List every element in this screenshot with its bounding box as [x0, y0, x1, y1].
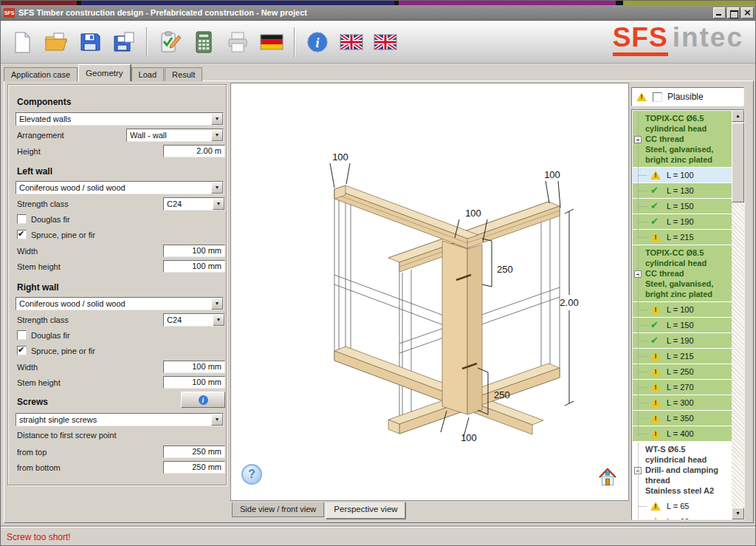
chevron-down-icon[interactable]: ▼: [213, 314, 224, 326]
chevron-down-icon[interactable]: ▼: [211, 129, 223, 141]
maximize-button[interactable]: [727, 7, 740, 18]
screw-length-item[interactable]: L = 300: [633, 395, 732, 410]
info-button[interactable]: i: [303, 27, 331, 58]
screw-length-item[interactable]: L = 90: [633, 514, 732, 520]
chevron-down-icon[interactable]: ▼: [213, 198, 224, 210]
from-bottom-input[interactable]: 250 mm: [163, 461, 225, 474]
check-icon: [650, 336, 662, 346]
scroll-up-icon[interactable]: ▲: [732, 110, 744, 122]
collapse-icon[interactable]: [634, 270, 642, 278]
screw-length-item[interactable]: L = 150: [633, 318, 732, 332]
chevron-down-icon[interactable]: ▼: [211, 414, 223, 426]
right-wall-material-select[interactable]: Coniferous wood / solid wood ▼: [16, 297, 224, 310]
save-as-icon: [112, 30, 136, 54]
toolbar-separator: [146, 27, 148, 57]
screw-length-item[interactable]: L = 100: [633, 302, 732, 317]
tab-application-case[interactable]: Application case: [4, 67, 78, 81]
right-spruce-checkbox[interactable]: Spruce, pine or fir: [17, 346, 95, 355]
plausible-box: Plausible: [631, 87, 744, 106]
sfs-intec-logo: SFS intec: [613, 22, 743, 56]
tree-scrollbar[interactable]: ▲ ▼: [732, 110, 744, 519]
screw-length-item[interactable]: L = 65: [633, 499, 732, 513]
screw-length-item[interactable]: L = 400: [633, 426, 732, 441]
minimize-button[interactable]: [713, 7, 726, 18]
checkbox-unchecked-icon[interactable]: [17, 214, 27, 224]
arrangement-select[interactable]: Wall - wall ▼: [126, 129, 224, 142]
check-icon: [650, 321, 662, 330]
save-project-button[interactable]: [76, 27, 104, 58]
language-english-button[interactable]: [337, 27, 365, 58]
from-bottom-label: from bottom: [17, 463, 61, 472]
left-wall-material-select[interactable]: Coniferous wood / solid wood ▼: [16, 181, 224, 194]
screw-length-item[interactable]: L = 130: [633, 183, 732, 198]
right-strength-select[interactable]: C24 ▼: [163, 313, 225, 327]
right-stem-input[interactable]: 100 mm: [163, 376, 225, 389]
tab-perspective-view[interactable]: Perspective view: [326, 502, 405, 519]
left-width-input[interactable]: 100 mm: [163, 245, 225, 257]
left-strength-select[interactable]: C24 ▼: [163, 197, 225, 211]
left-stem-label: Stem height: [17, 262, 61, 271]
left-strength-label: Strength class: [17, 199, 69, 208]
left-douglas-checkbox[interactable]: Douglas fir: [17, 214, 70, 224]
collapse-icon[interactable]: [634, 467, 642, 474]
tab-load[interactable]: Load: [131, 67, 164, 81]
calculate-button[interactable]: [190, 27, 218, 58]
chevron-down-icon[interactable]: ▼: [211, 298, 223, 310]
scroll-down-icon[interactable]: ▼: [732, 508, 744, 519]
check-icon: [650, 217, 662, 227]
new-document-button[interactable]: [8, 27, 36, 58]
components-type-select[interactable]: Elevated walls ▼: [16, 112, 224, 126]
verify-button[interactable]: [156, 27, 184, 58]
screw-group-header[interactable]: WT-S Ø6.5 cylindrical head Drill- and cl…: [633, 442, 732, 498]
screw-info-button[interactable]: i: [181, 392, 225, 408]
checkbox-checked-icon[interactable]: [17, 230, 27, 239]
tab-side-front-view[interactable]: Side view / front view: [232, 502, 324, 517]
screw-group-header[interactable]: TOPIX-CC Ø8.5 cylindrical head CC thread…: [633, 245, 732, 301]
main-panel: Components Elevated walls ▼ Arrangement …: [4, 81, 754, 523]
print-button[interactable]: [224, 27, 252, 58]
open-folder-icon: [44, 30, 68, 54]
checkbox-unchecked-icon[interactable]: [17, 330, 27, 340]
screw-length-item[interactable]: L = 215: [633, 230, 732, 245]
save-icon: [78, 30, 102, 54]
warning-icon: [650, 233, 662, 242]
left-stem-input[interactable]: 100 mm: [163, 260, 225, 273]
warning-icon: [650, 517, 662, 521]
height-label: Height: [17, 147, 41, 156]
warning-icon: [650, 352, 662, 361]
tab-result[interactable]: Result: [165, 67, 202, 81]
warning-icon: [650, 305, 662, 315]
screw-length-item[interactable]: L = 190: [633, 214, 732, 229]
plausible-checkbox[interactable]: [653, 92, 662, 102]
height-input[interactable]: 2.00 m: [163, 145, 225, 157]
screw-length-item[interactable]: L = 250: [633, 364, 732, 379]
chevron-down-icon[interactable]: ▼: [211, 182, 223, 194]
screw-length-item[interactable]: L = 350: [633, 411, 732, 426]
right-width-input[interactable]: 100 mm: [163, 361, 225, 373]
collapse-icon[interactable]: [634, 136, 642, 143]
screw-length-item[interactable]: L = 100: [633, 168, 732, 182]
checkbox-checked-icon[interactable]: [17, 346, 27, 355]
close-button[interactable]: [741, 7, 754, 18]
tab-geometry[interactable]: Geometry: [78, 64, 131, 81]
drawing-canvas[interactable]: 100 100 100 250 2.00 250 100: [230, 83, 629, 501]
language-english-help-button[interactable]: [371, 27, 399, 58]
scrollbar-thumb[interactable]: [732, 123, 744, 202]
left-spruce-checkbox[interactable]: Spruce, pine or fir: [17, 230, 95, 239]
screw-group-header[interactable]: TOPIX-CC Ø6.5 cylindrical head CC thread…: [633, 111, 732, 167]
language-german-button[interactable]: [258, 27, 286, 58]
screw-type-select[interactable]: straight single screws ▼: [16, 413, 224, 426]
screw-length-item[interactable]: L = 270: [633, 380, 732, 395]
chevron-down-icon[interactable]: ▼: [211, 113, 223, 125]
screw-length-item[interactable]: L = 150: [633, 199, 732, 214]
screw-length-item[interactable]: L = 215: [633, 349, 732, 364]
dim-bottom: 100: [461, 432, 477, 443]
screw-length-item[interactable]: L = 190: [633, 333, 732, 348]
open-project-button[interactable]: [42, 27, 70, 58]
distance-label: Distance to first screw point: [17, 431, 117, 440]
right-douglas-checkbox[interactable]: Douglas fir: [17, 330, 70, 340]
home-icon[interactable]: [597, 467, 618, 488]
help-icon[interactable]: [241, 464, 262, 485]
save-project-as-button[interactable]: [110, 27, 138, 58]
from-top-input[interactable]: 250 mm: [163, 446, 225, 458]
